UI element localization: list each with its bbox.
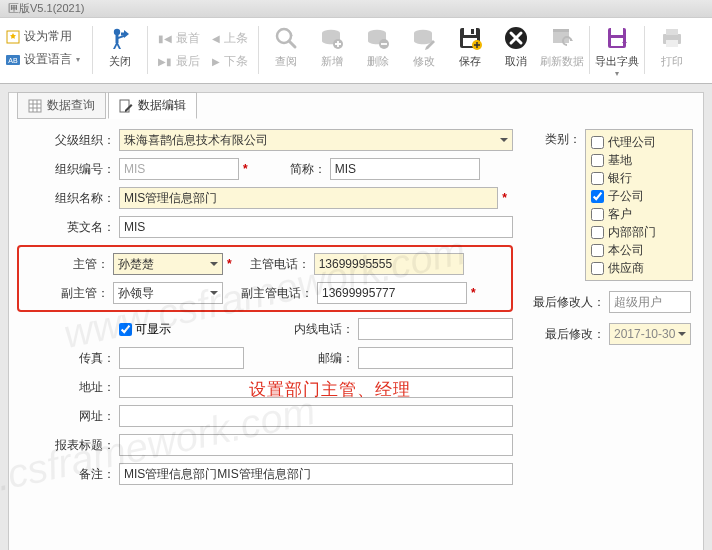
report-input[interactable] — [119, 434, 513, 456]
svg-line-6 — [289, 41, 295, 47]
label-category: 类别： — [533, 131, 581, 281]
svg-rect-26 — [29, 100, 41, 112]
last-user-input — [609, 291, 691, 313]
annotation-text: 设置部门主管、经理 — [249, 378, 411, 401]
print-icon — [658, 24, 686, 52]
save-icon — [456, 24, 484, 52]
label-name: 组织名称： — [23, 190, 115, 207]
content-panel: 数据查询 数据编辑 父级组织： 组织编号： * 简称： 组织名称： * — [8, 92, 704, 550]
vmgr-combo[interactable] — [113, 282, 223, 304]
inline-tel-input[interactable] — [358, 318, 513, 340]
svg-rect-19 — [553, 29, 569, 32]
category-item[interactable]: 子公司 — [591, 187, 687, 205]
required-mark: * — [502, 191, 507, 205]
short-input[interactable] — [330, 158, 480, 180]
save-button[interactable]: 保存 — [447, 22, 493, 69]
chevron-down-icon: ▾ — [615, 69, 619, 78]
category-item[interactable]: 代理公司 — [591, 133, 687, 151]
parent-combo[interactable] — [119, 129, 513, 151]
close-icon — [106, 24, 134, 52]
web-input[interactable] — [119, 405, 513, 427]
modify-button[interactable]: 修改 — [401, 22, 447, 69]
edit-icon — [119, 99, 133, 113]
delete-button[interactable]: 删除 — [355, 22, 401, 69]
category-item[interactable]: 本公司 — [591, 241, 687, 259]
delete-icon — [364, 24, 392, 52]
toolbar: 设为常用 AB 设置语言 ▾ 关闭 ▮◀最首 ▶▮最后 ◀上条 ▶下条 查阅 新… — [0, 18, 712, 84]
remark-input[interactable] — [119, 463, 513, 485]
label-vmgr-tel: 副主管电话： — [241, 285, 313, 302]
zip-input[interactable] — [358, 347, 513, 369]
nav-prev-button[interactable]: ◀上条 — [212, 30, 248, 47]
required-mark: * — [227, 257, 232, 271]
svg-rect-13 — [464, 28, 476, 35]
last-icon: ▶▮ — [158, 56, 172, 67]
add-icon — [318, 24, 346, 52]
chevron-down-icon: ▾ — [76, 55, 80, 64]
label-last-time: 最后修改： — [533, 326, 605, 343]
category-item[interactable]: 供应商 — [591, 259, 687, 277]
next-icon: ▶ — [212, 56, 220, 67]
category-item[interactable]: 客户 — [591, 205, 687, 223]
nav-first-button[interactable]: ▮◀最首 — [158, 30, 200, 47]
label-mgr-tel: 主管电话： — [238, 256, 310, 273]
add-button[interactable]: 新增 — [309, 22, 355, 69]
category-list[interactable]: 代理公司基地银行子公司客户内部部门本公司供应商 — [585, 129, 693, 281]
label-addr: 地址： — [23, 379, 115, 396]
cancel-icon — [502, 24, 530, 52]
mgr-combo[interactable] — [113, 253, 223, 275]
fax-input[interactable] — [119, 347, 244, 369]
label-parent: 父级组织： — [23, 132, 115, 149]
required-mark: * — [471, 286, 476, 300]
label-last-user: 最后修改人： — [533, 294, 605, 311]
form-area: 父级组织： 组织编号： * 简称： 组织名称： * 英文名： — [9, 123, 703, 550]
language-icon: AB — [6, 53, 20, 67]
search-button[interactable]: 查阅 — [263, 22, 309, 69]
code-input[interactable] — [119, 158, 239, 180]
nav-next-button[interactable]: ▶下条 — [212, 53, 248, 70]
refresh-button[interactable]: 刷新数据 — [539, 22, 585, 69]
set-language-button[interactable]: AB 设置语言 ▾ — [6, 51, 80, 68]
tab-data-edit[interactable]: 数据编辑 — [108, 92, 197, 119]
first-icon: ▮◀ — [158, 33, 172, 44]
nav-last-button[interactable]: ▶▮最后 — [158, 53, 200, 70]
label-report: 报表标题： — [23, 437, 115, 454]
search-icon — [272, 24, 300, 52]
export-button[interactable]: 导出字典 ▾ — [594, 22, 640, 78]
label-zip: 邮编： — [282, 350, 354, 367]
category-item[interactable]: 银行 — [591, 169, 687, 187]
mgr-tel-input[interactable] — [314, 253, 464, 275]
visible-checkbox[interactable]: 可显示 — [119, 321, 171, 338]
modify-icon — [410, 24, 438, 52]
svg-rect-24 — [666, 29, 678, 35]
label-inline-tel: 内线电话： — [282, 321, 354, 338]
label-remark: 备注： — [23, 466, 115, 483]
category-item[interactable]: 基地 — [591, 151, 687, 169]
svg-rect-25 — [666, 40, 678, 47]
label-mgr: 主管： — [23, 256, 109, 273]
title-text: 匣版V5.1(2021) — [8, 2, 84, 14]
vmgr-tel-input[interactable] — [317, 282, 467, 304]
close-button[interactable]: 关闭 — [97, 22, 143, 69]
print-button[interactable]: 打印 — [649, 22, 695, 69]
title-bar: 匣版V5.1(2021) — [0, 0, 712, 18]
en-input[interactable] — [119, 216, 513, 238]
highlight-box: 主管： * 主管电话： 副主管： 副主管电话： * — [17, 245, 513, 312]
set-common-button[interactable]: 设为常用 — [6, 28, 80, 45]
label-vmgr: 副主管： — [23, 285, 109, 302]
svg-point-3 — [114, 29, 120, 35]
label-code: 组织编号： — [23, 161, 115, 178]
cancel-button[interactable]: 取消 — [493, 22, 539, 69]
svg-rect-21 — [611, 28, 623, 35]
export-icon — [603, 24, 631, 52]
label-en: 英文名： — [23, 219, 115, 236]
required-mark: * — [243, 162, 248, 176]
grid-icon — [28, 99, 42, 113]
svg-rect-22 — [611, 38, 623, 46]
svg-rect-4 — [116, 35, 119, 43]
category-item[interactable]: 内部部门 — [591, 223, 687, 241]
refresh-icon — [548, 24, 576, 52]
tab-data-query[interactable]: 数据查询 — [17, 92, 106, 119]
svg-text:AB: AB — [8, 57, 18, 64]
name-input[interactable] — [119, 187, 498, 209]
